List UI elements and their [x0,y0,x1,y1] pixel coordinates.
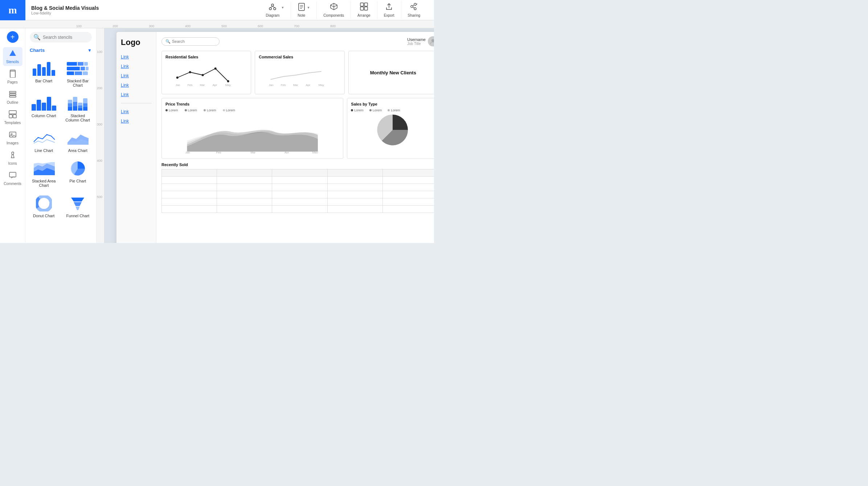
stencil-stacked-area-chart[interactable]: Stacked Area Chart [27,156,61,191]
table-cell [327,184,382,191]
dashboard-nav-link-5[interactable]: Link [121,109,152,114]
svg-text:Jan: Jan [176,83,180,87]
user-area: Username Job Title [407,36,434,46]
svg-point-42 [189,71,191,73]
dashboard-logo: Logo [121,38,152,47]
sidebar-item-comments[interactable]: Comments [3,169,22,188]
pie-chart-preview [66,160,89,177]
sidebar-item-outline[interactable]: Outline [3,88,22,107]
note-tool[interactable]: Note ▼ [291,1,317,19]
line-chart-preview [32,129,56,147]
sharing-tool[interactable]: Sharing [401,1,427,19]
stencil-stacked-bar-chart[interactable]: Stacked Bar Chart [61,56,95,91]
dashboard-nav-link-1[interactable]: Link [121,64,152,69]
search-icon-dash: 🔍 [165,39,171,44]
svg-rect-31 [9,172,16,177]
sidebar-item-templates[interactable]: Templates [3,108,22,127]
sidebar-outline-label: Outline [7,100,19,104]
svg-text:Mar: Mar [293,83,298,87]
note-label: Note [298,13,305,17]
table-cell [327,191,382,198]
svg-text:May: May [225,83,231,87]
legend-4: Lorem [226,108,236,112]
doc-subtitle: Low-fidelity [31,11,99,15]
sales-by-type-chart [351,114,434,146]
templates-icon [9,110,17,120]
dashboard-nav-link-0[interactable]: Link [121,54,152,59]
svg-text:Feb: Feb [216,151,221,153]
recently-sold-title: Recently Sold [161,162,434,167]
table-cell [272,177,327,184]
sidebar-item-images[interactable]: Images [3,128,22,147]
sidebar-item-icons[interactable]: Icons [3,149,22,168]
stacked-column-chart-label: Stacked Column Chart [64,114,93,122]
recently-sold-table [161,169,434,213]
svg-text:Apr: Apr [306,83,311,87]
dashboard-search-input[interactable] [172,39,216,44]
stencil-area-chart[interactable]: Area Chart [61,125,95,156]
svg-point-14 [414,8,416,10]
svg-line-16 [413,5,414,6]
residential-sales-chart: Jan Feb Mar Apr May [165,61,247,87]
svg-rect-9 [360,3,364,6]
components-tool[interactable]: Components [317,1,351,19]
table-cell [162,177,217,184]
stencil-donut-chart[interactable]: Donut Chart [27,191,61,221]
stencil-pie-chart[interactable]: Pie Chart [61,156,95,191]
table-cell [327,206,382,213]
residential-sales-title: Residential Sales [165,55,247,59]
note-icon [298,3,305,13]
sales-by-type-card: Sales by Type Lorem Lorem Lorem [347,98,434,159]
export-tool[interactable]: Export [377,1,401,19]
bar-chart-preview [32,60,56,77]
comments-icon [9,171,17,181]
pie-chart-label: Pie Chart [69,179,86,183]
stencil-column-chart[interactable]: Column Chart [27,91,61,125]
svg-text:Jan: Jan [185,151,190,153]
funnel-chart-preview [66,195,89,212]
user-job-title: Job Title [407,42,426,46]
table-cell [382,169,434,177]
area-chart-preview [66,129,89,147]
stencil-line-chart[interactable]: Line Chart [27,125,61,156]
diagram-tool[interactable]: Diagram ▼ [259,1,291,19]
category-chevron[interactable]: ▼ [87,48,92,53]
svg-line-3 [270,6,273,8]
table-cell [217,177,272,184]
table-row [162,184,434,191]
svg-text:Apr: Apr [213,83,217,87]
svg-point-40 [431,39,434,42]
funnel-chart-label: Funnel Chart [66,214,89,218]
dashboard-nav-link-6[interactable]: Link [121,119,152,124]
dashboard-nav-link-3[interactable]: Link [121,83,152,88]
table-cell [382,177,434,184]
table-cell [162,169,217,177]
stencil-stacked-column-chart[interactable]: Stacked Column Chart [61,91,95,125]
svg-marker-39 [76,207,80,210]
logo-icon: m [8,4,17,16]
price-trends-chart: Jan Feb Mar Apr May [165,114,339,153]
sidebar-comments-label: Comments [4,182,21,186]
svg-point-45 [227,80,229,82]
arrange-tool[interactable]: Arrange [351,1,377,19]
table-cell [217,184,272,191]
add-stencil-button[interactable]: + [7,31,19,43]
sharing-icon [410,3,418,12]
stencils-grid: Bar Chart [25,56,96,224]
table-cell [272,169,327,177]
sidebar-images-label: Images [7,141,19,145]
stencil-funnel-chart[interactable]: Funnel Chart [61,191,95,221]
dashboard-canvas: Logo Link Link Link Link Link Link Link … [116,32,434,243]
user-avatar [428,36,434,46]
stencil-bar-chart[interactable]: Bar Chart [27,56,61,91]
sidebar-item-pages[interactable]: Pages [3,67,22,86]
dashboard-nav-link-4[interactable]: Link [121,92,152,97]
search-input-wrap[interactable]: 🔍 [30,32,92,42]
svg-text:May: May [312,151,318,153]
dashboard-search[interactable]: 🔍 [161,37,220,46]
svg-text:Feb: Feb [188,83,193,87]
dashboard-nav-link-2[interactable]: Link [121,73,152,78]
search-input[interactable] [43,35,88,40]
sidebar-item-stencils[interactable]: Stencils [3,47,22,66]
logo-area: m [0,0,25,20]
